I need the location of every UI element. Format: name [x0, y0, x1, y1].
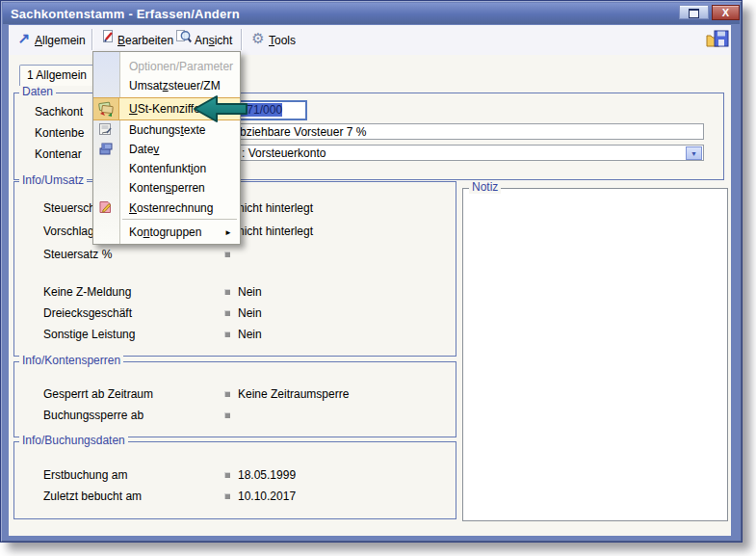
label-steuersatz: Steuersatz %: [43, 248, 112, 261]
arrow-up-right-icon: ↗: [14, 29, 34, 48]
menu-bearbeiten[interactable]: Bearbeiten: [117, 34, 173, 47]
save-floppy-icon: [706, 28, 731, 51]
screenshot-page: Sachkontenstamm - Erfassen/Andern X ↗ Al…: [0, 0, 756, 556]
kontenart-dropdown[interactable]: 4 : Vorsteuerkonto ▼: [228, 145, 704, 161]
titlebar: Sachkontenstamm - Erfassen/Andern: [3, 3, 740, 24]
equals-marker: [224, 310, 230, 316]
label-buchungssperre-ab: Buchungssperre ab: [43, 409, 143, 422]
edit-document-icon: [99, 29, 118, 48]
save-button[interactable]: [706, 28, 733, 52]
bearbeiten-menu: Optionen/Parameter Umsatzsteuer/ZM USt-K…: [92, 51, 241, 245]
tab-allgemein[interactable]: 1 Allgemein: [19, 65, 94, 86]
money-cards-icon: [97, 100, 115, 118]
section-daten-legend: Daten: [19, 86, 56, 98]
label-steuerschluessel: Steuersch: [43, 201, 95, 215]
note-pen-icon: [97, 121, 115, 139]
menu-ansicht[interactable]: Ansicht: [195, 34, 232, 47]
toolbar-separator: [91, 29, 92, 50]
gears-icon: ⚙: [248, 29, 268, 48]
kontenbezeichnung-field[interactable]: Abziehbare Vorsteuer 7 %: [228, 123, 704, 140]
label-sonstige-leistung: Sonstige Leistung: [43, 328, 135, 341]
restore-button[interactable]: [679, 5, 709, 19]
section-info-buchungsdaten-legend: Info/Buchungsdaten: [19, 435, 128, 447]
magnifier-icon: [174, 29, 194, 48]
value-keine-z-meldung: Nein: [238, 285, 262, 299]
label-keine-z-meldung: Keine Z-Meldung: [43, 285, 131, 299]
equals-marker: [224, 289, 230, 295]
value-steuerschluessel: nicht hinterlegt: [238, 201, 313, 215]
value-zuletzt-bebucht-am: 10.10.2017: [238, 490, 296, 503]
chevron-down-icon[interactable]: ▼: [686, 146, 702, 160]
menu-item-kostenrechnung[interactable]: Kostenrechnung: [93, 198, 240, 219]
label-sachkonto: Sachkont: [35, 105, 83, 119]
menu-item-kontogruppen[interactable]: Kontogruppen ►: [93, 223, 240, 242]
menu-allgemein[interactable]: Allgemein: [35, 34, 86, 47]
notiz-textarea[interactable]: [462, 188, 728, 521]
menu-item-kontenfunktion[interactable]: Kontenfunktion: [93, 159, 240, 178]
value-sonstige-leistung: Nein: [238, 328, 262, 341]
section-info-kontensperren-legend: Info/Kontensperren: [19, 355, 123, 367]
equals-marker: [224, 252, 230, 257]
equals-marker: [224, 391, 230, 397]
section-notiz-legend: Notiz: [469, 181, 501, 194]
label-kontenbezeichnung: Kontenbe: [35, 126, 84, 140]
menu-item-optionen-parameter: Optionen/Parameter: [93, 57, 240, 76]
menu-separator: [122, 219, 237, 220]
pink-note-pencil-icon: [97, 199, 115, 217]
datev-blocks-icon: [97, 141, 115, 158]
equals-marker: [224, 493, 230, 499]
value-vorschlag: nicht hinterlegt: [238, 225, 313, 238]
value-dreiecksgeschaeft: Nein: [238, 306, 262, 320]
menu-item-kontensperren[interactable]: Kontensperren: [93, 178, 240, 198]
value-erstbuchung-am: 18.05.1999: [238, 468, 296, 482]
label-dreiecksgeschaeft: Dreiecksgeschäft: [43, 306, 132, 320]
teal-annotation-arrow: [192, 93, 249, 124]
submenu-arrow-icon: ►: [224, 228, 232, 237]
label-erstbuchung-am: Erstbuchung am: [43, 468, 127, 482]
equals-marker: [224, 472, 230, 478]
window-title: Sachkontenstamm - Erfassen/Andern: [11, 7, 240, 21]
label-kontenart: Kontenar: [35, 147, 82, 161]
equals-marker: [224, 412, 230, 418]
section-info-umsatz-legend: Info/Umsatz: [19, 174, 87, 187]
label-vorschlag: Vorschlag: [43, 225, 94, 238]
label-zuletzt-bebucht-am: Zuletzt bebucht am: [43, 490, 142, 503]
restore-icon: [689, 9, 699, 18]
close-button[interactable]: X: [712, 5, 740, 20]
value-gesperrt-ab-zeitraum: Keine Zeitraumsperre: [238, 387, 349, 401]
menu-item-umsatzsteuer-zm[interactable]: Umsatzsteuer/ZM: [93, 76, 240, 95]
label-gesperrt-ab-zeitraum: Gesperrt ab Zeitraum: [43, 387, 153, 401]
menu-item-datev[interactable]: Datev: [93, 140, 240, 159]
toolbar-separator: [241, 29, 242, 50]
menu-tools[interactable]: Tools: [269, 34, 296, 47]
equals-marker: [224, 331, 230, 337]
